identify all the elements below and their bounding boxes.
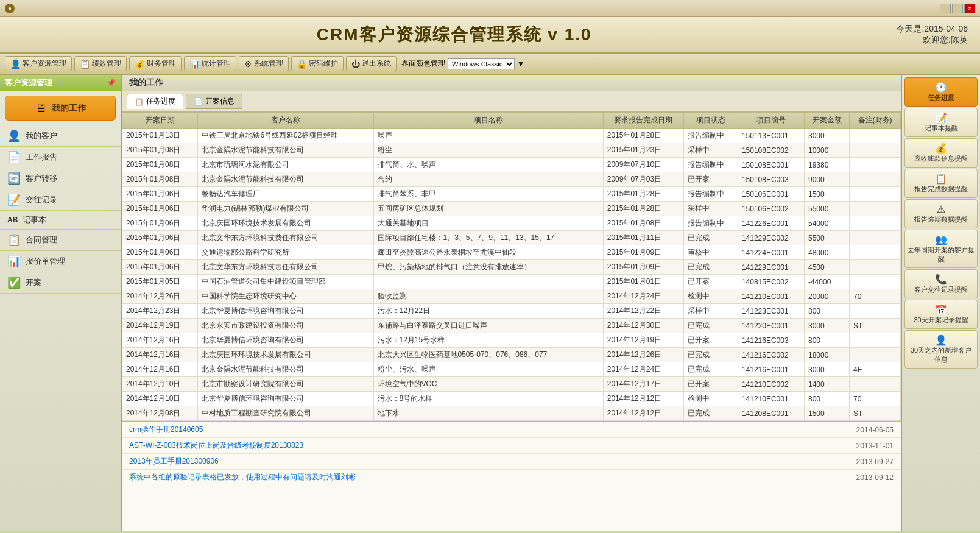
table-row[interactable]: 2014年12月16日北京华夏博信环境咨询有限公司污水：12月15号水样2014… (122, 333, 901, 348)
table-row[interactable]: 2015年01月06日交通运输部公路科学研究所廊田至炎陵高速公路永泰桐坡至尤溪中… (122, 245, 901, 260)
table-cell-5-7 (850, 202, 901, 216)
task-progress-tab-label: 任务进度 (146, 96, 175, 107)
right-btn-receivable[interactable]: 💰 应收账款信息提醒 (904, 138, 978, 168)
table-row[interactable]: 2014年12月10日北京市勘察设计研究院有限公司环境空气中的VOC2014年1… (122, 377, 901, 392)
bottom-link-2[interactable]: 2013年员工手册201300906 (129, 456, 844, 467)
table-cell-18-3: 2014年12月12日 (603, 392, 683, 406)
close-button[interactable]: ✕ (964, 4, 975, 13)
table-row[interactable]: 2014年12月10日北京华夏博信环境咨询有限公司污水：8号的水样2014年12… (122, 392, 901, 406)
table-cell-19-3: 2014年12月12日 (603, 406, 683, 421)
table-cell-9-6: 4500 (804, 260, 849, 275)
sidebar-item-visit-records[interactable]: 📝 交往记录 (0, 189, 121, 211)
sidebar-item-contract[interactable]: 📋 合同管理 (0, 230, 121, 251)
toolbar-customer-label: 客户资源管理 (23, 58, 66, 69)
table-cell-3-2: 合约 (373, 172, 603, 187)
table-row[interactable]: 2014年12月26日中国科学院生态环境研究中心验收监测2014年12月24日检… (122, 289, 901, 304)
table-cell-6-1: 北京庆国环环境技术发展有限公司 (198, 216, 373, 231)
right-btn-report-done[interactable]: 📋 报告完成数据提醒 (904, 169, 978, 198)
toolbar-exit[interactable]: ⏻ 退出系统 (346, 56, 397, 71)
table-row[interactable]: 2014年12月23日北京华夏博信环境咨询有限公司污水：12月22日2014年1… (122, 304, 901, 319)
sidebar-item-open-case[interactable]: ✅ 开案 (0, 272, 121, 294)
window-controls[interactable]: — □ ✕ (940, 4, 975, 13)
theme-select-input[interactable]: Windows Classic Default Blue Green (448, 58, 515, 69)
tab-task-progress[interactable]: 📋 任务进度 (127, 94, 183, 109)
toolbar-performance[interactable]: 📋 绩效管理 (74, 56, 127, 71)
customer-transfer-icon: 🔄 (7, 172, 21, 185)
table-row[interactable]: 2015年01月13日中铁三局北京地铁6号线西延02标项目经理噪声2015年01… (122, 129, 901, 143)
table-cell-10-4: 已开案 (684, 275, 738, 289)
table-row[interactable]: 2014年12月16日北京金隅水泥节能科技有限公司粉尘、污水、噪声2014年12… (122, 362, 901, 377)
table-cell-12-6: 800 (804, 304, 849, 319)
theme-selector[interactable]: 界面颜色管理 Windows Classic Default Blue Gree… (401, 58, 524, 69)
table-row[interactable]: 2015年01月06日北京文华东方环境科技费任有限公司国际项目部住宅楼：1、3、… (122, 231, 901, 245)
right-btn-30day-new[interactable]: 👤 30天之内的新增客户信息 (904, 330, 978, 369)
table-cell-7-0: 2015年01月06日 (122, 231, 198, 245)
open-case-label: 开案 (26, 277, 41, 288)
table-row[interactable]: 2015年01月06日北京庆国环环境技术发展有限公司大通关基地项目2015年01… (122, 216, 901, 231)
content-header-label: 我的工作 (129, 77, 163, 87)
table-cell-10-2 (373, 275, 603, 289)
right-btn-report-overdue[interactable]: ⚠ 报告逾期数据提醒 (904, 199, 978, 228)
bottom-link-0[interactable]: crm操作手册20140605 (129, 425, 844, 435)
table-cell-16-4: 已完成 (684, 362, 738, 377)
table-row[interactable]: 2015年01月06日畅畅达汽车修理厂排气筒苯系、非甲2015年01月28日报告… (122, 187, 901, 202)
table-cell-13-2: 东辅路与白泽寨路交叉口进口噪声 (373, 319, 603, 333)
right-btn-memo-reminder[interactable]: 📝 记事本提醒 (904, 108, 978, 137)
table-row[interactable]: 2015年01月08日北京市琉璃河水泥有限公司排气筒、水、噪声2009年07月1… (122, 158, 901, 172)
table-row[interactable]: 2015年01月06日北京文华东方环境科技责任有限公司甲烷、污染场地的排气口（注… (122, 260, 901, 275)
table-cell-13-4: 已完成 (684, 319, 738, 333)
table-row[interactable]: 2014年12月08日中村地质工程勘查研究院有限公司地下水2014年12月12日… (122, 406, 901, 421)
sidebar-item-work-report[interactable]: 📄 工作报告 (0, 147, 121, 168)
table-cell-18-2: 污水：8号的水样 (373, 392, 603, 406)
toolbar-finance[interactable]: 💰 财务管理 (129, 56, 182, 71)
bottom-panel: crm操作手册201406052014-06-05AST-WI-Z-003技术岗… (122, 421, 901, 531)
bottom-link-1[interactable]: AST-WI-Z-003技术岗位上岗及晋级考核制度20130823 (129, 440, 844, 451)
minimize-button[interactable]: — (940, 4, 951, 13)
table-cell-17-6: 1400 (804, 377, 849, 392)
right-btn-last-year-open[interactable]: 👥 去年同期开案的客户提醒 (904, 230, 978, 268)
table-cell-14-3: 2014年12月19日 (603, 333, 683, 348)
table-cell-3-0: 2015年01月08日 (122, 172, 198, 187)
table-row[interactable]: 2015年01月06日华润电力(锡林郭勒)煤业有限公司五间房矿区总体规划2015… (122, 202, 901, 216)
maximize-button[interactable]: □ (952, 4, 963, 13)
table-cell-17-5: 141210EC002 (738, 377, 804, 392)
table-cell-1-5: 150108EC002 (738, 143, 804, 158)
contract-label: 合同管理 (26, 235, 57, 245)
memo-icon: AB (7, 216, 18, 224)
table-row[interactable]: 2015年01月08日北京金隅水泥节能科技有限公司合约2009年07月03日已开… (122, 172, 901, 187)
table-row[interactable]: 2015年01月08日北京金隅水泥节能科技有限公司粉尘2015年01月23日采样… (122, 143, 901, 158)
toolbar-system[interactable]: ⚙ 系统管理 (239, 56, 289, 71)
customer-transfer-label: 客户转移 (26, 173, 57, 184)
sidebar-item-quote[interactable]: 📊 报价单管理 (0, 251, 121, 272)
main-table-container[interactable]: 开案日期 客户名称 项目名称 要求报告完成日期 项目状态 项目编号 开案金额 备… (122, 112, 901, 421)
bottom-date-0: 2014-06-05 (856, 426, 894, 434)
right-panel: 🕐 任务进度 📝 记事本提醒 💰 应收账款信息提醒 📋 报告完成数据提醒 ⚠ 报… (901, 75, 980, 531)
bottom-link-3[interactable]: 系统中各组的原验记录表格已发放，使用过程中有问题请及时沟通刘彬 (129, 472, 844, 482)
table-cell-2-2: 排气筒、水、噪声 (373, 158, 603, 172)
sidebar-pin-icon[interactable]: 📌 (107, 79, 116, 87)
right-btn-30day-open[interactable]: 📅 30天开案记录提醒 (904, 300, 978, 329)
table-cell-4-6: 1500 (804, 187, 849, 202)
30day-new-label: 30天之内的新增客户信息 (911, 347, 971, 363)
table-cell-3-1: 北京金隅水泥节能科技有限公司 (198, 172, 373, 187)
sidebar-item-customer-transfer[interactable]: 🔄 客户转移 (0, 168, 121, 189)
table-cell-14-6: 800 (804, 333, 849, 348)
right-btn-task-progress[interactable]: 🕐 任务进度 (904, 77, 978, 107)
table-cell-9-4: 已完成 (684, 260, 738, 275)
sidebar-item-memo[interactable]: AB 记事本 (0, 211, 121, 230)
table-row[interactable]: 2014年12月16日北京庆国环环境技术发展有限公司北京大兴区生物医药基地050… (122, 348, 901, 362)
statistics-icon: 📊 (189, 59, 200, 69)
table-cell-1-3: 2015年01月23日 (603, 143, 683, 158)
tab-case-info[interactable]: 📄 开案信息 (186, 94, 242, 109)
sidebar-item-my-customers[interactable]: 👤 我的客户 (0, 125, 121, 147)
theme-dropdown-icon[interactable]: ▼ (517, 60, 524, 68)
toolbar-statistics[interactable]: 📊 统计管理 (184, 56, 236, 71)
table-row[interactable]: 2014年12月19日北京永安市政建设投资有限公司东辅路与白泽寨路交叉口进口噪声… (122, 319, 901, 333)
toolbar-customer[interactable]: 👤 客户资源管理 (5, 56, 72, 71)
table-row[interactable]: 2015年01月05日中国石油管道公司集中建设项目管理部2015年01月01日已… (122, 275, 901, 289)
right-btn-visit-reminder[interactable]: 📞 客户交往记录提醒 (904, 269, 978, 298)
toolbar-password[interactable]: 🔒 密码维护 (291, 56, 344, 71)
table-cell-7-2: 国际项目部住宅楼：1、3、5、7、9、11、13、15、17 (373, 231, 603, 245)
table-cell-12-0: 2014年12月23日 (122, 304, 198, 319)
sidebar-active-item[interactable]: 🖥 我的工作 (5, 96, 116, 121)
